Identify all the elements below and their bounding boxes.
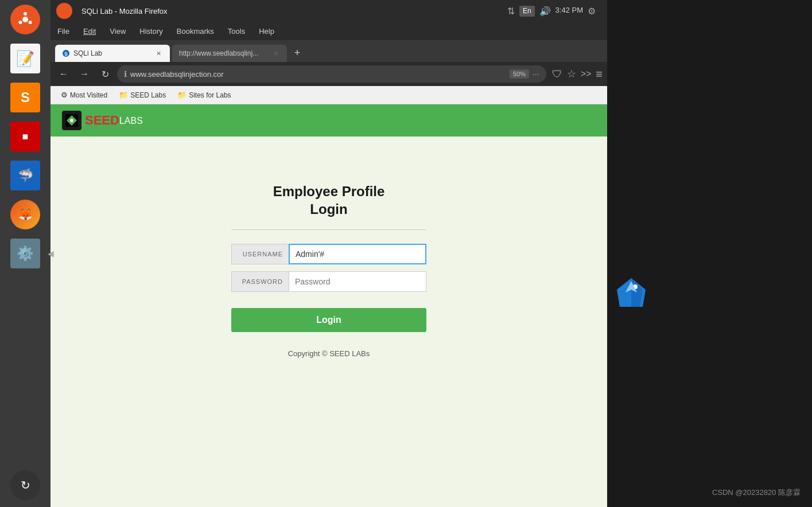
arrows-icon[interactable]: ⇅ xyxy=(507,6,515,17)
sites-folder-icon: 📁 xyxy=(177,91,187,99)
svg-point-3 xyxy=(29,21,32,24)
nav-bar: ← → ↻ ℹ www.seedlabsqlinjection.cor 50% … xyxy=(50,62,607,86)
svg-point-1 xyxy=(22,17,28,22)
tab-sqli-lab[interactable]: S SQLi Lab ✕ xyxy=(55,45,170,62)
webpage-content: SEEDLABS Employee Profile Login USERNAME xyxy=(50,104,607,507)
ubuntu-icon[interactable] xyxy=(8,2,42,37)
tab-url[interactable]: http://www.seedlabsqlinj... ✕ xyxy=(172,45,287,62)
sublime-icon[interactable]: S xyxy=(8,80,42,115)
menu-bookmarks[interactable]: Bookmarks xyxy=(174,26,216,37)
svg-point-4 xyxy=(18,21,22,24)
seed-labs-label: SEED Labs xyxy=(130,91,166,99)
csdn-watermark: CSDN @20232820 陈彦霖 xyxy=(712,487,801,498)
url-text[interactable]: www.seedlabsqlinjection.cor xyxy=(130,70,506,79)
menu-file[interactable]: File xyxy=(55,26,72,37)
svg-text:S: S xyxy=(64,51,68,57)
menu-help[interactable]: Help xyxy=(257,26,277,37)
volume-icon[interactable]: 🔊 xyxy=(539,6,551,17)
page-title-line1: Employee Profile xyxy=(273,184,385,199)
forward-button[interactable]: → xyxy=(76,65,93,83)
menu-edit[interactable]: Edit xyxy=(81,26,98,37)
tab-url-close-button[interactable]: ✕ xyxy=(271,49,280,58)
bookmark-most-visited[interactable]: ⚙ Most Visited xyxy=(57,89,111,100)
copyright-text: Copyright © SEED LABs xyxy=(231,349,426,358)
overflow-icon[interactable]: >> xyxy=(581,69,592,79)
bookmark-seed-labs[interactable]: 📁 SEED Labs xyxy=(115,89,169,100)
right-panel xyxy=(607,0,812,507)
labs-text: LABS xyxy=(119,116,143,126)
bookmark-heart-icon[interactable]: 🛡 xyxy=(552,68,562,80)
window-controls: ⇅ En 🔊 3:42 PM ⚙ xyxy=(507,6,596,17)
zoom-level[interactable]: 50% xyxy=(510,69,529,79)
seed-text: SEED xyxy=(85,113,119,127)
site-name: SEEDLABS xyxy=(85,113,143,128)
kde-bird-icon xyxy=(611,275,651,315)
reload-button[interactable]: ↻ xyxy=(96,65,114,83)
clock: 3:42 PM xyxy=(555,6,583,17)
hamburger-icon[interactable]: ≡ xyxy=(596,68,603,81)
bookmarks-bar: ⚙ Most Visited 📁 SEED Labs 📁 Sites for L… xyxy=(50,86,607,104)
menu-history[interactable]: History xyxy=(137,26,165,37)
tab-url-label: http://www.seedlabsqlinj... xyxy=(179,49,258,57)
most-visited-icon: ⚙ xyxy=(61,91,68,99)
taskbar: 📝 S ■ 🦈 🦊 ⚙️ ↻ xyxy=(0,0,50,507)
new-tab-button[interactable]: + xyxy=(289,45,305,61)
page-title-line2: Login xyxy=(310,201,347,217)
page-title: Employee Profile Login xyxy=(231,182,426,218)
collapse-taskbar-arrow[interactable]: ◀ xyxy=(48,249,54,258)
login-box: Employee Profile Login USERNAME PASSWORD… xyxy=(231,182,426,358)
password-row: PASSWORD xyxy=(231,271,426,292)
tab-favicon: S xyxy=(62,49,70,57)
password-input[interactable] xyxy=(289,271,426,292)
svg-point-9 xyxy=(70,119,73,122)
most-visited-label: Most Visited xyxy=(70,91,107,99)
site-header: SEEDLABS xyxy=(50,104,607,136)
url-bar[interactable]: ℹ www.seedlabsqlinjection.cor 50% ··· xyxy=(117,65,546,83)
title-divider xyxy=(231,229,426,230)
keyboard-layout-indicator: En xyxy=(519,6,535,17)
menu-tools[interactable]: Tools xyxy=(226,26,247,37)
login-button[interactable]: Login xyxy=(231,308,426,332)
text-editor-icon[interactable]: 📝 xyxy=(8,41,42,76)
info-icon: ℹ xyxy=(124,69,127,79)
title-bar: SQLi Lab - Mozilla Firefox ⇅ En 🔊 3:42 P… xyxy=(50,0,607,22)
update-icon[interactable]: ↻ xyxy=(8,468,42,502)
seed-labs-folder-icon: 📁 xyxy=(119,91,128,99)
settings-icon[interactable]: ⚙️ xyxy=(8,236,42,271)
tab-close-button[interactable]: ✕ xyxy=(154,49,163,58)
window-title: SQLi Lab - Mozilla Firefox xyxy=(81,7,507,15)
tab-label: SQLi Lab xyxy=(73,49,102,57)
username-row: USERNAME xyxy=(231,244,426,264)
menu-view[interactable]: View xyxy=(107,26,128,37)
firefox-icon[interactable]: 🦊 xyxy=(8,197,42,232)
sites-for-labs-label: Sites for Labs xyxy=(189,91,231,99)
username-label: USERNAME xyxy=(231,244,289,264)
back-button[interactable]: ← xyxy=(55,65,72,83)
terminal-icon[interactable]: ■ xyxy=(8,119,42,154)
nav-icons: 🛡 ☆ >> ≡ xyxy=(552,68,603,81)
svg-point-2 xyxy=(24,12,27,15)
password-label: PASSWORD xyxy=(231,271,289,292)
window-icon xyxy=(56,3,72,19)
menu-bar: File Edit View History Bookmarks Tools H… xyxy=(50,22,607,40)
logo-icon xyxy=(62,111,81,130)
bookmark-sites-for-labs[interactable]: 📁 Sites for Labs xyxy=(174,89,234,100)
browser-window: SQLi Lab - Mozilla Firefox ⇅ En 🔊 3:42 P… xyxy=(50,0,607,507)
username-input[interactable] xyxy=(289,244,426,264)
login-container: Employee Profile Login USERNAME PASSWORD… xyxy=(50,136,607,507)
wireshark-icon[interactable]: 🦈 xyxy=(8,158,42,193)
tabs-bar: S SQLi Lab ✕ http://www.seedlabsqlinj...… xyxy=(50,40,607,62)
bookmark-star-icon[interactable]: ☆ xyxy=(567,68,576,80)
system-settings-icon[interactable]: ⚙ xyxy=(588,6,596,17)
svg-point-5 xyxy=(60,6,69,15)
overflow-menu-icon[interactable]: ··· xyxy=(533,69,539,79)
seed-labs-logo: SEEDLABS xyxy=(62,111,143,130)
